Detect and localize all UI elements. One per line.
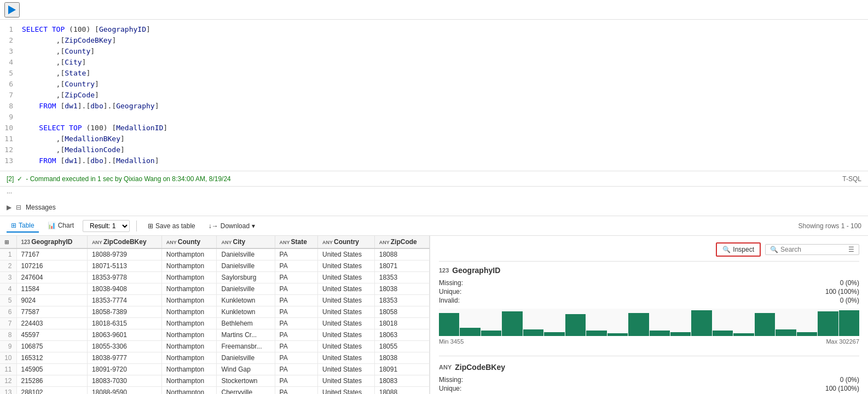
cell-col-6: United States — [317, 248, 374, 260]
th-rownum: ⊞ — [0, 236, 16, 248]
th-zipcode[interactable]: ANYZipCode — [374, 236, 429, 248]
cell-col-5: PA — [275, 272, 317, 283]
cell-col-7: 18088 — [374, 248, 429, 260]
download-button[interactable]: ↓→ Download ▾ — [204, 220, 259, 232]
cell-col-7: 18353 — [374, 272, 429, 283]
divider-1 — [439, 356, 859, 356]
cell-col-4: Freemansbr... — [217, 341, 275, 352]
stat-invalid-geo: Invalid: 0 (0%) — [439, 297, 859, 304]
code-line-8: 8 FROM [dw1].[dbo].[Geography] — [0, 101, 868, 112]
cell-col-1: 215286 — [16, 375, 87, 387]
cell-col-2: 18088-9590 — [87, 387, 161, 395]
tab-chart[interactable]: 📊 Chart — [43, 219, 78, 233]
cell-col-7: 18353 — [374, 295, 429, 306]
cell-col-5: PA — [275, 306, 317, 318]
cell-col-5: PA — [275, 283, 317, 295]
table-row: 5902418353-7774NorthamptonKunkletownPAUn… — [0, 295, 430, 306]
cell-col-3: Northampton — [161, 375, 217, 387]
cell-col-1: 145905 — [16, 364, 87, 375]
histogram-bar — [670, 332, 691, 337]
cell-col-4: Bethlehem — [217, 318, 275, 329]
messages-icon: ⊟ — [16, 204, 21, 211]
table-row: 910687518055-3306NorthamptonFreemansbr..… — [0, 341, 430, 352]
cell-col-3: Northampton — [161, 364, 217, 375]
row-number: 3 — [0, 272, 16, 283]
cell-col-6: United States — [317, 318, 374, 329]
column-geographyid-section: 123 GeographyID Missing: 0 (0%) Unique: … — [439, 266, 859, 345]
code-line-13: 13 FROM [dw1].[dbo].[Medallion] — [0, 155, 868, 166]
table-row: 67758718058-7389NorthamptonKunkletownPAU… — [0, 306, 430, 318]
cell-col-6: United States — [317, 295, 374, 306]
histogram-bar — [628, 313, 649, 337]
result-selector[interactable]: Result: 1 — [83, 220, 130, 232]
histogram-bar — [733, 333, 754, 336]
cell-col-7: 18038 — [374, 283, 429, 295]
cell-col-4: Martins Cr... — [217, 329, 275, 341]
th-city[interactable]: ANYCity — [217, 236, 275, 248]
table-row: 324760418353-9778NorthamptonSaylorsburgP… — [0, 272, 430, 283]
search-input[interactable] — [780, 246, 846, 253]
row-number: 5 — [0, 295, 16, 306]
col-zipcodebkey-title: ANY ZipCodeBKey — [439, 363, 859, 372]
code-line-4: 4 ,[City] — [0, 57, 868, 68]
save-as-table-button[interactable]: ⊞ Save as table — [143, 220, 200, 232]
hist-range-geo: Min 3455 Max 302267 — [439, 338, 859, 345]
messages-label: Messages — [26, 204, 56, 211]
cell-col-5: PA — [275, 295, 317, 306]
run-button[interactable] — [4, 2, 20, 18]
cell-col-7: 18018 — [374, 318, 429, 329]
app-container: 1 SELECT TOP (100) [GeographyID] 2 ,[Zip… — [0, 0, 868, 394]
cell-col-6: United States — [317, 306, 374, 318]
dot-menu[interactable]: ··· — [0, 187, 868, 199]
code-editor[interactable]: 1 SELECT TOP (100) [GeographyID] 2 ,[Zip… — [0, 20, 868, 171]
cell-col-2: 18058-7389 — [87, 306, 161, 318]
cell-col-7: 18083 — [374, 375, 429, 387]
th-zipcodebkey[interactable]: ANYZipCodeBKey — [87, 236, 161, 248]
language-indicator[interactable]: T-SQL — [842, 175, 861, 183]
code-line-5: 5 ,[State] — [0, 68, 868, 79]
row-number: 10 — [0, 352, 16, 364]
th-country[interactable]: ANYCountry — [317, 236, 374, 248]
download-icon: ↓→ — [209, 222, 218, 230]
inspect-button[interactable]: 🔍 Inspect — [716, 242, 761, 257]
cell-col-4: Danielsville — [217, 352, 275, 364]
row-number: 12 — [0, 375, 16, 387]
cell-col-4: Saylorsburg — [217, 272, 275, 283]
cell-col-1: 165312 — [16, 352, 87, 364]
cell-col-1: 77167 — [16, 248, 87, 260]
inspect-toolbar: 🔍 Inspect 🔍 ☰ — [439, 242, 859, 262]
cell-col-2: 18038-9777 — [87, 352, 161, 364]
table-area[interactable]: ⊞ 123GeographyID ANYZipCodeBKey ANYCount… — [0, 236, 430, 394]
filter-icon[interactable]: ☰ — [848, 246, 854, 253]
row-number: 7 — [0, 318, 16, 329]
messages-bar: ▶ ⊟ Messages — [0, 199, 868, 216]
cell-col-6: United States — [317, 387, 374, 395]
cell-col-2: 18063-9601 — [87, 329, 161, 341]
table-row: 210721618071-5113NorthamptonDanielsville… — [0, 260, 430, 272]
cell-col-6: United States — [317, 329, 374, 341]
cell-col-2: 18018-6315 — [87, 318, 161, 329]
row-number: 6 — [0, 306, 16, 318]
cell-col-1: 107216 — [16, 260, 87, 272]
cell-col-3: Northampton — [161, 352, 217, 364]
search-box: 🔍 ☰ — [765, 244, 859, 255]
table-header-row: ⊞ 123GeographyID ANYZipCodeBKey ANYCount… — [0, 236, 430, 248]
cell-col-6: United States — [317, 341, 374, 352]
code-line-7: 7 ,[ZipCode] — [0, 90, 868, 101]
col-geographyid-title: 123 GeographyID — [439, 266, 859, 275]
th-state[interactable]: ANYState — [275, 236, 317, 248]
table-row: 41158418038-9408NorthamptonDanielsvilleP… — [0, 283, 430, 295]
showing-rows-text: Showing rows 1 - 100 — [798, 222, 861, 230]
cell-col-5: PA — [275, 329, 317, 341]
tab-table[interactable]: ⊞ Table — [7, 219, 39, 233]
stat-missing-zip: Missing: 0 (0%) — [439, 376, 859, 384]
expand-icon[interactable]: ▶ — [7, 204, 11, 211]
th-geographyid[interactable]: 123GeographyID — [16, 236, 87, 248]
inspect-panel: 🔍 Inspect 🔍 ☰ 123 GeographyID Missing: 0 — [430, 236, 868, 394]
cell-col-1: 247604 — [16, 272, 87, 283]
histogram-bar — [607, 333, 628, 336]
column-zipcodebkey-section: ANY ZipCodeBKey Missing: 0 (0%) Unique: … — [439, 363, 859, 394]
cell-col-1: 77587 — [16, 306, 87, 318]
cell-col-3: Northampton — [161, 260, 217, 272]
th-county[interactable]: ANYCounty — [161, 236, 217, 248]
